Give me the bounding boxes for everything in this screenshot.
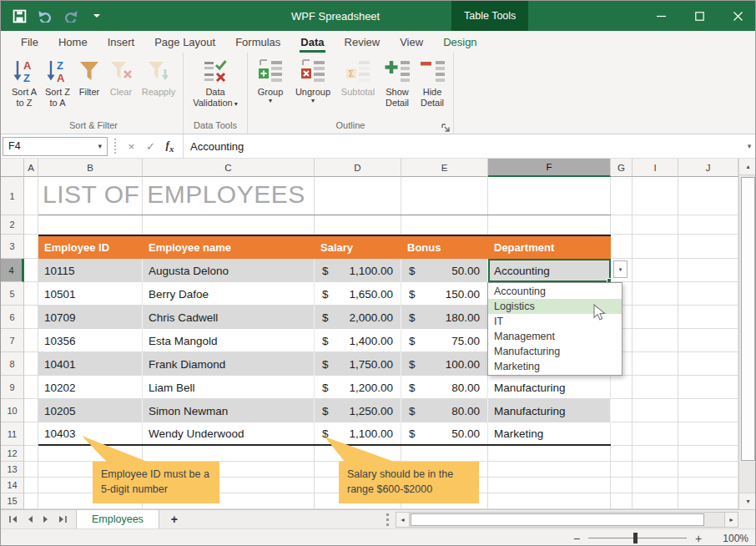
grid-cell[interactable]: [678, 376, 738, 399]
grid-cell[interactable]: [401, 446, 488, 462]
cell-salary[interactable]: $1,650.00: [315, 282, 401, 306]
tab-home[interactable]: Home: [48, 31, 98, 53]
tab-insert[interactable]: Insert: [98, 31, 145, 53]
grid-cell[interactable]: [633, 329, 678, 352]
cell-department[interactable]: Accounting: [488, 259, 611, 282]
select-all-corner[interactable]: [1, 159, 24, 177]
row-header-3[interactable]: 3: [1, 235, 24, 259]
grid-cell[interactable]: [143, 446, 315, 462]
column-header-C[interactable]: C: [143, 159, 315, 177]
row-header-5[interactable]: 5: [1, 282, 24, 306]
grid-cell[interactable]: [315, 177, 401, 215]
cell-employee-name[interactable]: Berry Dafoe: [143, 282, 315, 306]
save-icon[interactable]: [11, 8, 28, 24]
column-header-D[interactable]: D: [315, 159, 401, 177]
grid-cell[interactable]: [678, 235, 738, 259]
column-header-B[interactable]: B: [38, 159, 143, 177]
row-header-2[interactable]: 2: [1, 215, 24, 235]
grid-cell[interactable]: [488, 215, 611, 235]
grid-cell[interactable]: [24, 478, 38, 493]
ribbon-button-show-detail[interactable]: Show Detail: [380, 53, 415, 119]
cell-employee-id[interactable]: 10205: [38, 399, 143, 422]
pane-splitter-grip[interactable]: [386, 513, 393, 526]
tab-view[interactable]: View: [390, 31, 433, 53]
grid-cell[interactable]: [488, 177, 611, 215]
grid-cell[interactable]: [633, 282, 678, 306]
scroll-up-icon[interactable]: ▴: [739, 159, 756, 175]
undo-icon[interactable]: [37, 8, 53, 24]
zoom-in-button[interactable]: +: [693, 532, 703, 545]
ribbon-button-ungroup[interactable]: Ungroup▾: [290, 53, 336, 119]
row-header-15[interactable]: 15: [1, 493, 24, 509]
grid-cell[interactable]: [611, 235, 633, 259]
grid-cell[interactable]: [24, 329, 38, 352]
grid-cell[interactable]: [24, 462, 38, 478]
cell-employee-id[interactable]: 10356: [38, 329, 143, 352]
cell-employee-name[interactable]: Augusta Delono: [143, 259, 315, 282]
grid-cell[interactable]: [488, 446, 611, 462]
tab-design[interactable]: Design: [433, 31, 486, 53]
row-header-10[interactable]: 10: [1, 399, 24, 422]
cell-salary[interactable]: $1,200.00: [315, 376, 401, 399]
cell-bonus[interactable]: $100.00: [401, 352, 488, 376]
ribbon-button-hide-detail[interactable]: Hide Detail: [415, 53, 450, 119]
grid-cell[interactable]: [633, 422, 678, 446]
grid-cell[interactable]: [678, 352, 738, 376]
table-tools-context-tab[interactable]: Table Tools: [451, 1, 528, 31]
row-header-7[interactable]: 7: [1, 329, 24, 352]
grid-cell[interactable]: [678, 329, 738, 352]
cell-bonus[interactable]: $50.00: [401, 259, 488, 282]
vertical-scroll-track[interactable]: [739, 175, 756, 493]
grid-cell[interactable]: [611, 446, 633, 462]
column-header-F[interactable]: F: [488, 159, 611, 177]
cell-bonus[interactable]: $75.00: [401, 329, 488, 352]
table-header-cell-bonus[interactable]: Bonus: [401, 236, 488, 259]
cancel-entry-icon[interactable]: ×: [122, 140, 141, 153]
next-sheet-icon[interactable]: [42, 515, 50, 523]
dialog-launcher-icon[interactable]: [441, 121, 451, 131]
table-header-cell-employee-id[interactable]: Employee ID: [38, 236, 143, 259]
grid-cell[interactable]: [611, 177, 633, 215]
grid-cell[interactable]: [678, 446, 738, 462]
customize-qat-icon[interactable]: [88, 8, 105, 24]
horizontal-scrollbar[interactable]: ◂ ▸: [386, 511, 738, 528]
cell-employee-name[interactable]: Liam Bell: [143, 376, 315, 399]
grid-cell[interactable]: [633, 259, 678, 282]
scroll-right-icon[interactable]: ▸: [724, 512, 738, 528]
cell-bonus[interactable]: $80.00: [401, 399, 488, 422]
cell-employee-id[interactable]: 10115: [38, 259, 143, 282]
ribbon-button-sort-z-to-a[interactable]: ZASort Z to A: [41, 53, 74, 119]
grid-cell[interactable]: [633, 215, 678, 235]
grid-cell[interactable]: [488, 493, 611, 509]
table-header-cell-salary[interactable]: Salary: [315, 236, 401, 259]
grid-cell[interactable]: [24, 177, 38, 215]
minimize-button[interactable]: [642, 1, 680, 31]
cell-employee-name[interactable]: Wendy Underwood: [143, 422, 315, 444]
grid-cell[interactable]: [633, 235, 678, 259]
dropdown-item-marketing[interactable]: Marketing: [488, 359, 622, 374]
row-header-6[interactable]: 6: [1, 306, 24, 329]
grid-cell[interactable]: [38, 215, 143, 235]
grid-cell[interactable]: [678, 306, 738, 329]
column-header-I[interactable]: I: [633, 159, 678, 177]
cell-department[interactable]: Manufacturing: [488, 399, 611, 422]
grid-cell[interactable]: [24, 493, 38, 509]
grid-cell[interactable]: [24, 399, 38, 422]
grid-cell[interactable]: [678, 215, 738, 235]
cell-salary[interactable]: $1,100.00: [315, 259, 401, 282]
grid-cell[interactable]: [611, 376, 633, 399]
grid-cell[interactable]: [24, 446, 38, 462]
grid-cell[interactable]: [611, 399, 633, 422]
cell-department[interactable]: Marketing: [488, 422, 611, 444]
ribbon-button-data-validation[interactable]: Data Validation ▾: [187, 53, 244, 119]
tab-file[interactable]: File: [11, 31, 48, 53]
grid-cell[interactable]: [678, 282, 738, 306]
cell-bonus[interactable]: $80.00: [401, 376, 488, 399]
dropdown-item-accounting[interactable]: Accounting: [488, 284, 622, 299]
grid-cell[interactable]: [678, 422, 738, 446]
grid-cell[interactable]: [315, 215, 401, 235]
grid-cell[interactable]: [24, 306, 38, 329]
cell-employee-id[interactable]: 10501: [38, 282, 143, 306]
insert-function-icon[interactable]: fx: [160, 139, 179, 154]
cell-employee-name[interactable]: Chris Cadwell: [143, 306, 315, 329]
